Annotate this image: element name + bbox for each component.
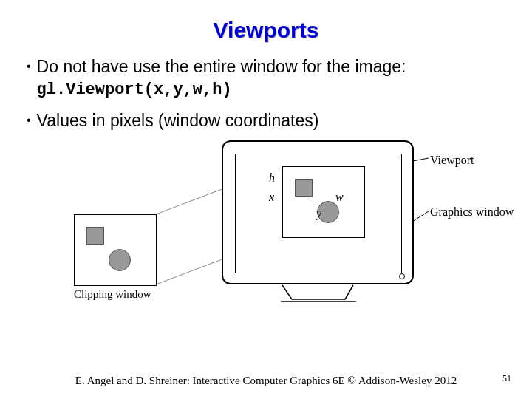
circle-icon xyxy=(109,249,131,271)
bullet-dot-icon: • xyxy=(27,110,31,131)
bullet-dot-icon: • xyxy=(27,56,31,77)
bullet-list: • Do not have use the entire window for … xyxy=(0,56,532,132)
bullet-item: • Do not have use the entire window for … xyxy=(27,56,511,101)
footer-citation: E. Angel and D. Shreiner: Interactive Co… xyxy=(0,375,532,387)
bullet-text: Values in pixels (window coordinates) xyxy=(37,110,511,132)
viewport-label: Viewport xyxy=(430,154,474,167)
label-y: y xyxy=(316,207,321,220)
bullet-prefix: Do not have use the entire window for th… xyxy=(37,57,406,76)
label-w: w xyxy=(335,191,344,204)
square-icon xyxy=(295,179,313,197)
slide-title: Viewports xyxy=(0,0,532,56)
clipping-window-label: Clipping window xyxy=(74,288,151,301)
bullet-prefix: Values in pixels (window coordinates) xyxy=(37,111,319,130)
square-icon xyxy=(86,227,104,245)
label-x: x xyxy=(269,191,274,204)
diagram: Clipping window h x w y Viewport Graphic… xyxy=(0,140,532,318)
bullet-item: • Values in pixels (window coordinates) xyxy=(27,110,511,132)
bullet-code: gl.Viewport(x,y,w,h) xyxy=(37,81,232,99)
clipping-window-box xyxy=(74,214,157,286)
viewport-box xyxy=(282,166,365,238)
label-h: h xyxy=(269,171,275,185)
page-number: 51 xyxy=(502,373,511,384)
graphics-window-label: Graphics window xyxy=(430,205,514,219)
bullet-text: Do not have use the entire window for th… xyxy=(37,56,511,101)
